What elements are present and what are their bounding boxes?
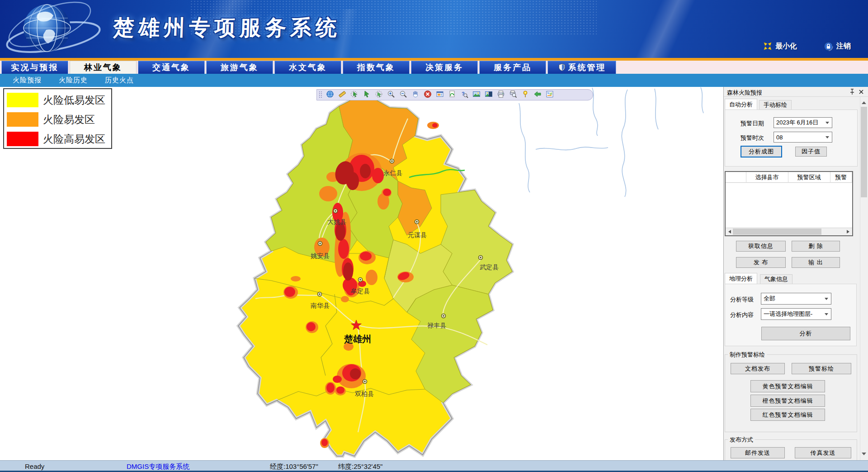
tool-label-pin[interactable]	[519, 90, 531, 100]
county-marker-icon	[479, 256, 483, 260]
fire-risk-legend: 火险低易发区火险易发区火险高易发区	[3, 88, 112, 149]
tab-label: 服务产品	[494, 62, 532, 73]
warning-plot-button[interactable]: 预警标绘	[792, 363, 851, 374]
analysis-level-select[interactable]: 全部	[761, 293, 831, 305]
tool-zoom-out[interactable]	[397, 90, 409, 100]
tab-index-weather[interactable]: 指数气象	[343, 61, 410, 74]
tab-traffic-weather[interactable]: 交通气象	[138, 61, 205, 74]
fax-send-button[interactable]: 传真发送	[795, 447, 851, 458]
email-send-button[interactable]: 邮件发送	[731, 447, 785, 458]
analyze-map-button[interactable]: 分析成图	[741, 146, 782, 157]
tool-measure[interactable]	[336, 90, 348, 100]
county-marker-icon	[390, 159, 394, 163]
tool-refresh[interactable]	[446, 90, 458, 100]
clear-icon	[424, 90, 432, 100]
legend-item: 火险低易发区	[4, 92, 111, 109]
scroll-up-icon[interactable]	[862, 100, 866, 104]
subnav-fire-history[interactable]: 火险历史	[56, 76, 90, 85]
table-column-header[interactable]: 预警区域	[788, 172, 830, 183]
tool-clear[interactable]	[421, 90, 434, 100]
logout-button[interactable]: 注销	[824, 41, 851, 52]
map-label-yaoan: 姚安县	[311, 252, 330, 260]
doc-publish-button[interactable]: 文档发布	[731, 363, 785, 374]
tool-image-export[interactable]	[470, 90, 482, 100]
publish-group-title: 发布方式	[728, 436, 755, 444]
hscroll-thumb[interactable]	[733, 229, 821, 235]
tab-decision-service[interactable]: 决策服务	[411, 61, 478, 74]
refresh-icon	[448, 90, 456, 100]
status-longitude: 经度:103°56'57"	[270, 462, 318, 471]
panel-title: 森林火险预报	[727, 89, 762, 97]
panel-titlebar: 森林火险预报	[724, 87, 868, 97]
close-icon[interactable]	[858, 88, 865, 95]
map-label-dayao: 大姚县	[327, 218, 346, 226]
analysis-content-select[interactable]: 一请选择地理图层-	[761, 308, 831, 320]
tool-print[interactable]	[495, 90, 507, 100]
tool-select-region[interactable]	[348, 90, 360, 100]
tab-forestry-weather[interactable]: 林业气象	[70, 61, 137, 74]
tool-map-layout[interactable]	[543, 90, 556, 100]
tab-label: 交通气象	[152, 62, 190, 73]
tool-back[interactable]	[531, 90, 543, 100]
print-icon	[497, 90, 505, 100]
pin-icon[interactable]	[849, 88, 856, 95]
warn-time-select[interactable]: 08	[774, 132, 832, 143]
tool-pointer[interactable]	[360, 90, 373, 100]
county-marker-icon	[415, 220, 419, 224]
scroll-left-icon[interactable]	[727, 230, 731, 234]
scroll-down-icon[interactable]	[862, 453, 866, 457]
delete-button[interactable]: 删 除	[792, 241, 840, 252]
tool-globe[interactable]	[324, 90, 336, 100]
tab-service-products[interactable]: 服务产品	[479, 61, 546, 74]
tab-label: 决策服务	[425, 62, 463, 73]
export-button[interactable]: 输 出	[792, 257, 840, 268]
table-column-header[interactable]: 预警	[830, 172, 852, 183]
tool-deselect[interactable]	[373, 90, 385, 100]
tool-swipe[interactable]	[482, 90, 495, 100]
forest-fire-panel: 森林火险预报 自动分析 手动标绘 预警日期 2023年 6月16日	[723, 87, 868, 460]
minimize-button[interactable]: 最小化	[763, 41, 797, 52]
warning-table: 选择县市预警区域预警	[725, 171, 853, 236]
map-label-yuanmou: 元谋县	[408, 231, 427, 239]
table-column-header[interactable]: 选择县市	[746, 172, 788, 183]
minimize-label: 最小化	[775, 42, 797, 51]
tab-auto-analysis[interactable]: 自动分析	[725, 99, 757, 110]
scroll-right-icon[interactable]	[847, 230, 850, 234]
orange-warning-doc-edit-button[interactable]: 橙色预警文档编辑	[750, 395, 825, 407]
tool-zoom-in[interactable]	[385, 90, 397, 100]
red-warning-doc-edit-button[interactable]: 红色预警文档编辑	[750, 409, 825, 421]
subnav-history-fire-points[interactable]: 历史火点	[102, 76, 137, 85]
warn-date-select[interactable]: 2023年 6月16日	[774, 117, 832, 128]
toolbar-grip[interactable]	[319, 91, 322, 99]
tab-weather-info[interactable]: 气象信息	[760, 274, 793, 284]
tab-tourism-weather[interactable]: 旅游气象	[206, 61, 273, 74]
tab-live-forecast[interactable]: 实况与预报	[1, 61, 68, 74]
tool-pan[interactable]	[409, 90, 421, 100]
county-marker-icon	[334, 209, 338, 213]
table-hscrollbar[interactable]	[726, 228, 852, 235]
subnav-fire-forecast[interactable]: 火险预报	[10, 76, 44, 85]
status-system-link[interactable]: DMGIS专项服务系统	[127, 462, 189, 471]
tab-geo-analysis[interactable]: 地理分析	[725, 273, 757, 284]
get-info-button[interactable]: 获取信息	[736, 241, 786, 252]
yellow-warning-doc-edit-button[interactable]: 黄色预警文档编辑	[750, 380, 825, 392]
swipe-icon	[485, 90, 493, 100]
tab-hydrology-weather[interactable]: 水文气象	[274, 61, 341, 74]
table-column-header[interactable]	[726, 172, 746, 183]
main-nav-tabs: 实况与预报林业气象交通气象旅游气象水文气象指数气象决策服务服务产品系统管理	[0, 61, 868, 74]
analysis-level-label: 分析等级	[730, 296, 754, 304]
factor-value-button[interactable]: 因子值	[795, 147, 827, 157]
tab-manual-plot[interactable]: 手动标绘	[759, 100, 792, 110]
analyze-button[interactable]: 分析	[761, 327, 850, 340]
tool-print-preview[interactable]	[507, 90, 519, 100]
publish-button[interactable]: 发 布	[736, 257, 786, 268]
legend-item: 火险易发区	[4, 111, 111, 128]
scroll-thumb[interactable]	[861, 107, 867, 197]
tool-overview[interactable]	[434, 90, 446, 100]
warn-time-label: 预警时次	[741, 134, 764, 142]
tab-system-management[interactable]: 系统管理	[547, 61, 616, 74]
print-preview-icon	[509, 90, 517, 100]
panel-scrollbar[interactable]	[860, 97, 868, 460]
measure-icon	[338, 90, 346, 100]
tool-identify[interactable]: ?	[458, 90, 470, 100]
